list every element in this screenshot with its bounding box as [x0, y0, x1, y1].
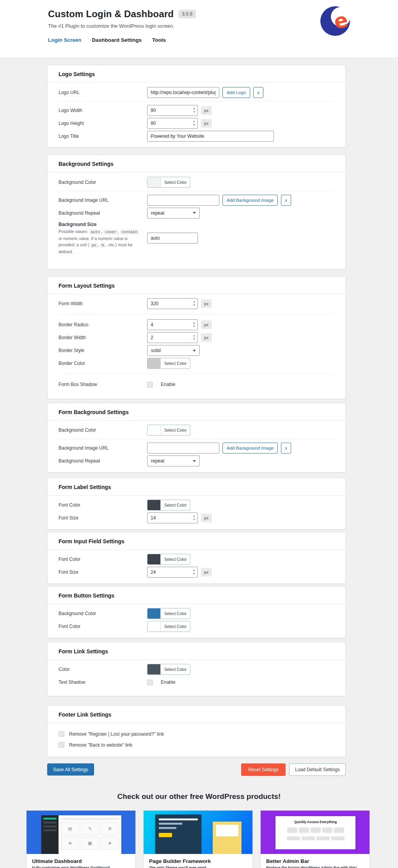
button-bg-color-row: Background Color Select Color	[59, 607, 334, 620]
color-swatch	[147, 608, 161, 619]
stepper-down-icon[interactable]: ▼	[193, 110, 195, 114]
logo-title-row: Logo Title	[59, 130, 334, 142]
logo-width-input[interactable]	[147, 105, 198, 116]
box-shadow-enable-checkbox[interactable]	[147, 382, 153, 388]
form-bg-repeat-select[interactable]: repeat	[147, 455, 200, 466]
product-card-ultimate-dashboard: ▤ ✎ ⚙ ⊕ ▦ ★ Ultimate Dashboard Fully cus…	[26, 810, 136, 868]
form-add-background-image-button[interactable]: Add Background Image	[222, 443, 278, 454]
field-label: Font Size	[59, 515, 147, 521]
px-unit-badge: px	[201, 106, 212, 115]
number-stepper[interactable]: ▲▼	[193, 321, 195, 328]
color-swatch	[147, 664, 161, 674]
number-stepper[interactable]: ▲▼	[193, 568, 195, 575]
stepper-down-icon[interactable]: ▼	[193, 303, 195, 307]
stepper-up-icon[interactable]: ▲	[193, 300, 195, 303]
row-divider	[59, 101, 334, 101]
stepper-down-icon[interactable]: ▼	[193, 572, 195, 575]
field-label: Background Color	[59, 427, 147, 433]
form-bg-color-select-button[interactable]: Select Color	[147, 425, 190, 436]
logo-height-row: Logo Height ▲▼ px	[59, 117, 334, 130]
code-chip: auto	[89, 229, 101, 235]
field-label: Background Image URL	[59, 445, 147, 451]
add-background-image-button[interactable]: Add Background Image	[222, 195, 278, 206]
field-label: Border Radius	[59, 322, 147, 327]
field-label: Background Size	[59, 222, 140, 227]
link-color-row: Color Select Color	[59, 663, 334, 676]
background-size-input[interactable]	[147, 233, 198, 244]
number-stepper[interactable]: ▲▼	[193, 334, 195, 341]
button-bg-color-select-button[interactable]: Select Color	[147, 608, 190, 619]
stepper-up-icon[interactable]: ▲	[193, 568, 195, 572]
number-stepper[interactable]: ▲▼	[193, 119, 195, 126]
products-cards: ▤ ✎ ⚙ ⊕ ▦ ★ Ultimate Dashboard Fully cus…	[26, 810, 370, 868]
section-footer-link-settings: Footer Link Settings Remove "Register | …	[47, 705, 346, 757]
background-repeat-select[interactable]: repeat	[147, 208, 200, 219]
stepper-up-icon[interactable]: ▲	[193, 119, 195, 123]
remove-back-link-checkbox[interactable]	[59, 742, 64, 748]
plugin-settings-page: Custom Login & Dashboard 3.5.9 The #1 Pl…	[0, 0, 398, 868]
link-color-select-button[interactable]: Select Color	[147, 664, 190, 675]
field-label: Logo URL	[59, 90, 147, 95]
remove-background-image-button[interactable]: x	[281, 195, 291, 206]
stepper-up-icon[interactable]: ▲	[193, 514, 195, 518]
form-box-shadow-row: Form Box Shadow Enable	[59, 378, 334, 391]
border-color-select-button[interactable]: Select Color	[147, 358, 190, 369]
input-font-size-input[interactable]	[147, 567, 198, 578]
product-tagline: Fully customize your WordPress Dashboard…	[32, 865, 130, 868]
border-style-row: Border Style solid	[59, 344, 334, 357]
number-stepper[interactable]: ▲▼	[193, 107, 195, 114]
background-color-select-button[interactable]: Select Color	[147, 177, 190, 188]
background-color-row: Background Color Select Color	[59, 176, 334, 189]
input-font-color-select-button[interactable]: Select Color	[147, 554, 190, 565]
label-font-size-input[interactable]	[147, 512, 198, 523]
product-image-page-builder-framework	[144, 811, 252, 854]
stepper-up-icon[interactable]: ▲	[193, 321, 195, 324]
text-shadow-row: Text Shadow Enable	[59, 676, 334, 689]
label-font-color-select-button[interactable]: Select Color	[147, 500, 190, 510]
section-title: Footer Link Settings	[59, 711, 334, 718]
stepper-down-icon[interactable]: ▼	[193, 324, 195, 328]
remove-back-link-row: Remove "Back to website" link	[59, 740, 334, 751]
tab-login-screen[interactable]: Login Screen	[48, 37, 82, 43]
color-swatch	[147, 358, 161, 368]
border-width-input[interactable]	[147, 332, 198, 343]
number-stepper[interactable]: ▲▼	[193, 514, 195, 521]
logo-url-input[interactable]	[147, 87, 219, 98]
logo-title-input[interactable]	[147, 131, 274, 142]
stepper-up-icon[interactable]: ▲	[193, 334, 195, 337]
background-image-url-input[interactable]	[147, 195, 219, 206]
border-radius-input[interactable]	[147, 319, 198, 330]
mini-screenshot-heading: Quickly Access Everything	[275, 820, 355, 824]
stepper-down-icon[interactable]: ▼	[193, 337, 195, 341]
add-logo-button[interactable]: Add Logo	[222, 87, 250, 98]
stepper-down-icon[interactable]: ▼	[193, 518, 195, 521]
row-divider	[59, 439, 334, 439]
background-size-row: Background Size Possible values: auto, c…	[59, 219, 334, 259]
remove-register-link-checkbox[interactable]	[59, 731, 64, 737]
section-title: Logo Settings	[59, 71, 334, 77]
tab-tools[interactable]: Tools	[152, 37, 166, 43]
widget-panel-icon: ▦	[81, 837, 99, 850]
reset-settings-button[interactable]: Reset Settings	[241, 763, 286, 776]
number-stepper[interactable]: ▲▼	[193, 300, 195, 307]
section-title: Form Label Settings	[59, 484, 334, 490]
section-title: Background Settings	[59, 161, 334, 167]
load-default-settings-button[interactable]: Load Default Settings	[289, 763, 346, 776]
stepper-up-icon[interactable]: ▲	[193, 107, 195, 110]
save-all-settings-button[interactable]: Save All Settings	[47, 763, 94, 776]
text-shadow-enable-checkbox[interactable]	[147, 679, 153, 685]
field-label: Logo Width	[59, 108, 147, 113]
page-header: Custom Login & Dashboard 3.5.9 The #1 Pl…	[0, 0, 398, 58]
remove-logo-button[interactable]: x	[253, 87, 263, 98]
form-remove-background-image-button[interactable]: x	[281, 443, 291, 454]
form-width-input[interactable]	[147, 298, 198, 309]
field-label: Form Box Shadow	[59, 382, 147, 387]
logo-height-input[interactable]	[147, 118, 198, 129]
button-font-color-select-button[interactable]: Select Color	[147, 621, 190, 632]
border-style-select[interactable]: solid	[147, 345, 200, 356]
section-title: Form Layout Settings	[59, 283, 334, 289]
field-label: Color	[59, 667, 147, 672]
stepper-down-icon[interactable]: ▼	[193, 123, 195, 126]
tab-dashboard-settings[interactable]: Dashboard Settings	[92, 37, 142, 43]
form-bg-image-url-input[interactable]	[147, 443, 219, 454]
